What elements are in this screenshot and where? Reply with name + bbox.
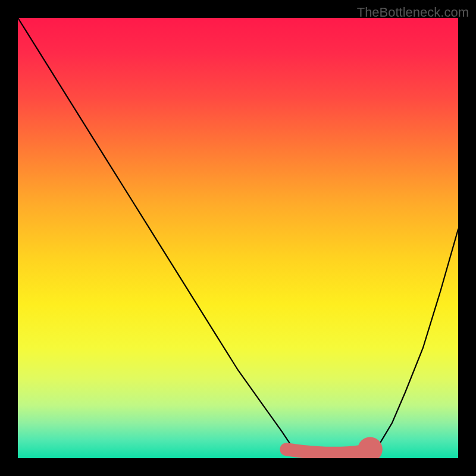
chart-svg [18,18,458,458]
watermark-text: TheBottleneck.com [357,5,469,20]
highlight-dot [358,437,383,458]
plot-area [18,18,458,458]
bottleneck-curve [18,18,458,458]
highlight-band [286,449,361,453]
chart-container: TheBottleneck.com [0,0,476,476]
